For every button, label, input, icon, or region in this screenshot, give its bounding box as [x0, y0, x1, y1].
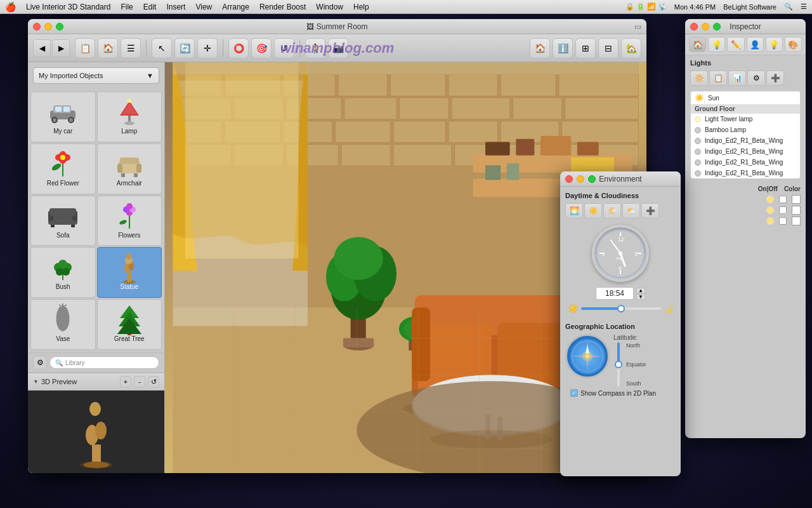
light-indicator-2	[766, 206, 774, 214]
light-copy-btn[interactable]: 📋	[709, 70, 727, 86]
inspector-min-btn[interactable]	[702, 23, 709, 30]
color-label: Color	[784, 185, 801, 192]
time-input[interactable]: 18:54	[596, 287, 634, 300]
list-view-btn[interactable]: ☰	[121, 38, 141, 58]
env-max-btn[interactable]	[588, 175, 596, 183]
color-swatch-1[interactable]	[792, 195, 801, 204]
svg-rect-31	[51, 225, 55, 227]
insp-edit-btn[interactable]: ✏️	[727, 37, 744, 52]
light-indigo-1[interactable]: Indigo_Ed2_R1_Beta_Wing	[691, 135, 800, 146]
rotate-tool[interactable]: 🔄	[174, 38, 195, 58]
zoom-out-btn[interactable]: -	[134, 376, 145, 387]
day-add-btn[interactable]: ➕	[641, 203, 659, 218]
insp-person-btn[interactable]: 👤	[747, 37, 764, 52]
forward-button[interactable]: ▶	[52, 39, 70, 57]
inspector-close-btn[interactable]	[690, 23, 698, 30]
floor-plan-btn[interactable]: 📋	[75, 38, 95, 58]
window-menu[interactable]: Window	[316, 3, 343, 11]
arrange-menu[interactable]: Arrange	[222, 3, 249, 11]
time-down-btn[interactable]: ▼	[636, 294, 645, 300]
on-off-checkbox-3[interactable]	[779, 217, 787, 225]
search-field[interactable]: 🔍 Library	[49, 356, 159, 369]
light-indigo-2[interactable]: Indigo_Ed2_R1_Beta_Wing	[691, 146, 800, 157]
back-button[interactable]: ◀	[33, 39, 51, 57]
light-indigo-3[interactable]: Indigo_Ed2_R1_Beta_Wing	[691, 157, 800, 168]
light-settings-btn[interactable]: ⚙	[747, 70, 765, 86]
search-icon[interactable]: 🔍	[784, 3, 793, 11]
main-app-window: 🖼 Summer Room ▭ ◀ ▶ 📋 🏠 ☰ ↖ 🔄 ✛ ⭕ 🎯 ↺	[28, 19, 646, 473]
object-flowers[interactable]: Flowers	[97, 196, 162, 246]
menu-icon[interactable]: ☰	[801, 3, 807, 11]
help-menu[interactable]: Help	[353, 3, 369, 11]
insert-menu[interactable]: Insert	[166, 3, 185, 11]
object-statue[interactable]: Statue	[97, 247, 162, 298]
lights-toolbar: 🔆 📋 📊 ⚙ ➕	[690, 70, 801, 86]
inspector-max-btn[interactable]	[713, 23, 721, 30]
layout-2-btn[interactable]: ⊟	[598, 38, 619, 58]
object-red-flower[interactable]: Red Flower	[30, 144, 96, 194]
apple-menu[interactable]: 🍎	[5, 2, 16, 12]
object-armchair[interactable]: Armchair	[97, 144, 162, 194]
object-lamp[interactable]: Lamp	[97, 91, 162, 142]
on-off-section: On|Off Color	[685, 183, 806, 230]
minimize-button[interactable]	[44, 23, 52, 30]
close-button[interactable]	[33, 23, 41, 30]
on-off-checkbox-2[interactable]	[779, 206, 787, 214]
time-up-btn[interactable]: ▲	[636, 288, 645, 293]
on-off-checkbox-1[interactable]	[779, 196, 787, 203]
object-vase[interactable]: Vase	[30, 299, 96, 350]
target-tool[interactable]: 🎯	[251, 38, 272, 58]
env-min-btn[interactable]	[577, 175, 584, 183]
sunrise-btn[interactable]: 🌅	[565, 203, 583, 218]
maximize-button[interactable]	[56, 23, 63, 30]
light-plus-btn[interactable]: ➕	[766, 70, 784, 86]
slider-thumb[interactable]	[617, 305, 625, 312]
light-indigo-4[interactable]: Indigo_Ed2_R1_Beta_Wing	[691, 168, 800, 178]
compass[interactable]	[565, 334, 610, 378]
env-close-btn[interactable]	[565, 175, 573, 183]
object-great-tree[interactable]: Great Tree	[97, 299, 162, 350]
insp-lamp-btn[interactable]: 💡	[766, 37, 783, 52]
show-compass-checkbox[interactable]: ✓	[570, 389, 578, 397]
object-bush[interactable]: Bush	[30, 247, 96, 298]
imported-objects-dropdown[interactable]: My Imported Objects ▼	[33, 67, 159, 84]
refresh-btn[interactable]: ↺	[148, 376, 159, 387]
circle-tool[interactable]: ⭕	[228, 38, 249, 58]
sun-slider-track[interactable]	[581, 307, 661, 310]
light-bamboo-lamp[interactable]: Bamboo Lamp	[691, 124, 800, 135]
svg-text:12: 12	[618, 236, 624, 243]
move-tool[interactable]: ✛	[197, 38, 218, 58]
object-sofa[interactable]: Sofa	[30, 196, 96, 246]
view-menu[interactable]: View	[195, 3, 212, 11]
file-menu[interactable]: File	[121, 3, 133, 11]
lat-slider-thumb[interactable]	[615, 361, 622, 368]
3d-view-btn[interactable]: 🏠	[98, 38, 118, 58]
light-tower-lamp[interactable]: Light Tower lamp	[691, 114, 800, 124]
app-name-menu[interactable]: Live Interior 3D Standard	[26, 3, 110, 11]
object-my-car[interactable]: My car	[30, 91, 96, 142]
color-swatch-2[interactable]	[792, 206, 801, 215]
select-tool[interactable]: ↖	[152, 38, 172, 58]
light-add-btn[interactable]: 🔆	[690, 70, 708, 86]
render-boost-menu[interactable]: Render Boost	[259, 3, 306, 11]
cloudy-btn[interactable]: 🌤️	[603, 203, 621, 218]
3d-preview-header[interactable]: ▼ 3D Preview + - ↺	[28, 373, 164, 391]
zoom-in-btn[interactable]: +	[120, 376, 131, 387]
window-collapse-icon[interactable]: ▭	[634, 22, 641, 31]
home-view-btn[interactable]: 🏡	[621, 38, 641, 58]
lat-slider[interactable]	[613, 342, 624, 387]
day-btn[interactable]: ☀️	[584, 203, 602, 218]
light-chart-btn[interactable]: 📊	[728, 70, 746, 86]
color-swatch-3[interactable]	[792, 217, 801, 225]
info-btn[interactable]: ℹ️	[553, 38, 573, 58]
edit-menu[interactable]: Edit	[143, 3, 157, 11]
insp-color-btn[interactable]: 🎨	[785, 37, 802, 52]
insp-light-btn[interactable]: 💡	[708, 37, 725, 52]
3d-icon-btn[interactable]: 🏠	[530, 38, 550, 58]
svg-rect-83	[565, 98, 639, 119]
panel-settings-btn[interactable]: ⚙	[33, 356, 47, 370]
insp-home-btn[interactable]: 🏠	[689, 37, 706, 52]
sun-light-item[interactable]: ☀️ Sun	[691, 91, 800, 104]
layout-1-btn[interactable]: ⊞	[575, 38, 596, 58]
overcast-btn[interactable]: ⛅	[622, 203, 640, 218]
